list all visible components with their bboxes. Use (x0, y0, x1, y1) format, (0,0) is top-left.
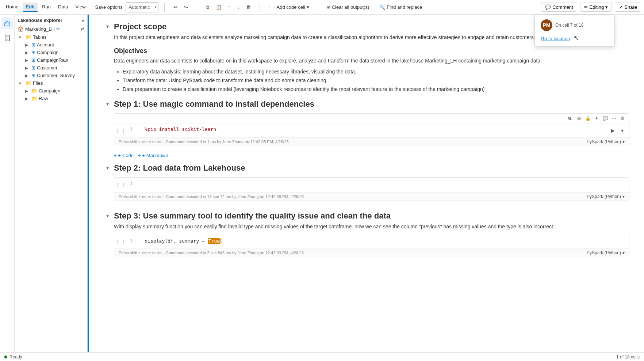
step1-title: Step 1: Use magic command to install dep… (114, 99, 629, 109)
save-mode-arrow[interactable]: ▾ (153, 3, 158, 12)
sidebar-item-campaignraw[interactable]: ▶ ⊞ CampaignRaw (15, 56, 87, 64)
cell1-delete-btn[interactable]: 🗑 (619, 114, 627, 122)
collapse-btn-1[interactable]: ▾ (104, 23, 111, 30)
redo-icon: ↪ (184, 4, 188, 10)
menu-view[interactable]: View (73, 3, 89, 12)
sidebar-icon-file[interactable] (1, 32, 13, 44)
toolbar-sep-1 (164, 3, 165, 12)
objectives-title: Objectives (114, 47, 629, 55)
sidebar-icon-lakehouse[interactable] (1, 18, 13, 29)
menu-edit[interactable]: Edit (23, 3, 38, 12)
sidebar-item-customer-survey[interactable]: ▶ ⊞ Customer_Survey (15, 72, 87, 79)
highlight-true: True (208, 238, 221, 244)
cell2-brackets: [ ] (114, 178, 127, 192)
sidebar-item-campaign-file[interactable]: ▶ 📁 Campaign (15, 87, 87, 95)
editing-button[interactable]: ✏ Editing ▾ (580, 3, 612, 12)
add-code-btn-1[interactable]: + + Code (114, 153, 134, 158)
cell3-line-num: 1 (127, 235, 140, 246)
cell3-footer-text: Press shift + enter to run · Command exe… (119, 251, 304, 255)
cell1-brackets: [ ] (114, 123, 127, 137)
toolbar-save-group: Save options Automatic ▾ (93, 2, 158, 12)
cell1-star-btn[interactable]: ✦ (593, 114, 601, 122)
cell1-body: [ ] 1 %pip install scikit-learn ▶ (114, 123, 629, 137)
editing-label: Editing (590, 4, 604, 10)
ready-label: Ready (9, 354, 22, 360)
cell1-collapse-btn[interactable]: ▾ (618, 126, 626, 134)
cell1-line-num: 1 (127, 123, 140, 134)
section-step3: ▾ Step 3: Use summary tool to identify t… (104, 211, 629, 262)
find-replace-label: Find and replace (387, 4, 422, 10)
toolbar-cell-ops: ⧉ 📋 ↑ ↓ 🗑 (203, 3, 254, 12)
toolbar-sep-4 (318, 3, 318, 12)
expand-icon: ▶ (25, 58, 30, 63)
table-icon: ⊞ (31, 50, 35, 55)
move-up-button[interactable]: ↑ (225, 3, 234, 11)
popup-avatar: PM (541, 19, 552, 31)
move-down-button[interactable]: ↓ (234, 3, 242, 11)
save-mode-dropdown[interactable]: Automatic ▾ (126, 2, 158, 12)
menu-data[interactable]: Data (55, 3, 71, 12)
redo-button[interactable]: ↪ (181, 3, 191, 11)
step3-body: With display summary function you can ea… (114, 223, 629, 231)
clear-outputs-button[interactable]: ⊠ Clear all output(s) (324, 3, 372, 11)
delete-icon: 🗑 (246, 4, 251, 10)
sidebar-item-account[interactable]: ▶ ⊞ Account (15, 41, 87, 49)
cell1-comment-btn[interactable]: 💬 (601, 114, 609, 122)
cell2-code[interactable] (140, 178, 629, 192)
cell1-more-btn[interactable]: ⋯ (610, 114, 618, 122)
cell2-lang-arrow: ▾ (622, 194, 625, 199)
add-code-icon: + (114, 153, 117, 158)
sidebar-item-campaign[interactable]: ▶ ⊞ Campaign (15, 49, 87, 56)
delete-cell-button[interactable]: 🗑 (243, 3, 254, 11)
copy-cell-button[interactable]: ⧉ (203, 3, 212, 12)
cell3-lang-label: PySpark (Python) (587, 250, 621, 255)
popup-go-to-location-link[interactable]: Go to location (541, 36, 570, 41)
edit-icon: ✏ (584, 4, 588, 10)
menu-home[interactable]: Home (3, 3, 22, 12)
add-markdown-btn-1[interactable]: + + Markdown (138, 153, 168, 158)
menu-run[interactable]: Run (39, 3, 54, 12)
collapse-btn-3[interactable]: ▾ (104, 164, 111, 171)
cell1-footer: Press shift + enter to run · Command exe… (114, 137, 629, 146)
cell1-md-btn[interactable]: M↓ (566, 114, 574, 122)
share-button[interactable]: ↗ Share (615, 3, 641, 12)
cell1-lock-btn[interactable]: 🔒 (584, 114, 592, 122)
find-replace-button[interactable]: 🔍 Find and replace (376, 3, 425, 11)
sidebar-item-customer[interactable]: ▶ ⊞ Customer (15, 64, 87, 72)
collapse-btn-4[interactable]: ▾ (104, 212, 111, 219)
cell1-lang-arrow: ▾ (622, 139, 625, 144)
edit-lh-icon[interactable]: ✏ (56, 26, 60, 31)
add-code-cell-button[interactable]: + + Add code cell ▾ (266, 3, 312, 11)
cell-step3: [ ] 1 display(df, summary = True) (114, 235, 629, 257)
comment-button[interactable]: 💬 Comment (541, 3, 577, 12)
section-step2: ▾ Step 2: Load data from Lakehouse [ ] 1 (104, 163, 629, 205)
cell3-lang[interactable]: PySpark (Python) ▾ (587, 250, 625, 255)
sidebar-item-raw[interactable]: ▶ 📁 Raw (15, 95, 87, 102)
paste-cell-button[interactable]: 📋 (213, 3, 225, 11)
cell2-lang[interactable]: PySpark (Python) ▾ (587, 194, 625, 199)
toolbar-history-group: ↩ ↪ (170, 3, 191, 11)
raw-label: Raw (39, 96, 48, 101)
editing-arrow: ▾ (605, 4, 608, 10)
cell3-code[interactable]: display(df, summary = True) (140, 235, 629, 248)
files-section[interactable]: ▾ 📁 Files (15, 79, 87, 87)
cell1-split-btn[interactable]: ⊞ (575, 114, 583, 122)
collapse-btn-2[interactable]: ▾ (104, 100, 111, 107)
toolbar-sep-2 (197, 3, 197, 12)
toolbar-sep-3 (260, 3, 260, 12)
folder-icon: 📁 (26, 80, 31, 86)
tables-section[interactable]: ▾ 📁 Tables (15, 33, 87, 41)
cell1-code[interactable]: %pip install scikit-learn (140, 123, 606, 137)
cell1-run-btn[interactable]: ▶ (609, 126, 617, 134)
table-icon: ⊞ (31, 73, 35, 78)
undo-button[interactable]: ↩ (170, 3, 180, 11)
refresh-icon[interactable]: ⇄ (81, 26, 84, 31)
cell3-footer: Press shift + enter to run · Command exe… (114, 248, 629, 257)
cell2-footer: Press shift + enter to run · Command exe… (114, 192, 629, 201)
status-left: Ready (4, 354, 22, 360)
objectives-intro: Data engineers and data scientists to co… (114, 57, 629, 65)
sidebar-collapse-btn[interactable]: « (82, 18, 84, 23)
bullet-2: Transform the data: Using PySpark code t… (123, 76, 629, 85)
popup-cell-location: PM On cell 7 of 18 Go to location ↖ (534, 15, 615, 47)
cell1-lang[interactable]: PySpark (Python) ▾ (587, 139, 625, 144)
